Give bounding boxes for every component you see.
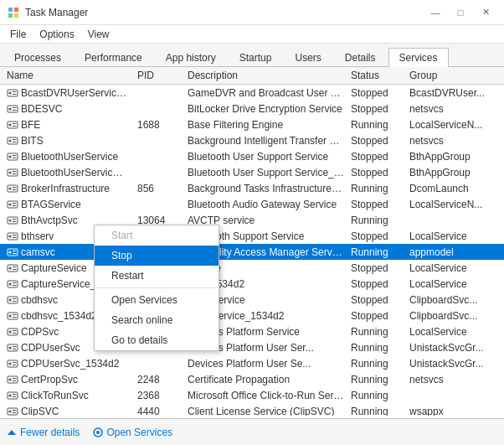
cell-description: BitLocker Drive Encryption Service (184, 103, 347, 115)
ctx-start[interactable]: Start (95, 225, 219, 246)
ctx-stop[interactable]: Stop (95, 246, 219, 266)
table-row[interactable]: CaptureSevice Service Stopped LocalServi… (0, 260, 504, 276)
tab-details[interactable]: Details (334, 48, 387, 67)
service-icon (7, 406, 18, 417)
table-header: Name PID Description Status Group (0, 67, 504, 85)
cell-status: Running (347, 215, 406, 226)
cell-status: Stopped (347, 262, 406, 274)
tab-performance[interactable]: Performance (74, 48, 153, 67)
cell-group: ClipboardSvc... (406, 310, 490, 322)
tab-bar: Processes Performance App history Startu… (0, 44, 504, 67)
cell-group: BthAppGroup (406, 167, 490, 179)
svg-point-69 (9, 346, 12, 349)
service-icon (7, 87, 18, 99)
svg-rect-1 (14, 8, 18, 12)
ctx-go-to-details[interactable]: Go to details (95, 330, 219, 350)
cell-description: Client License Service (ClipSVC) (184, 406, 347, 417)
cell-name: BcastDVRUserService_1534d2 (0, 87, 134, 99)
cell-name: CDPUserSvc_1534d2 (0, 358, 134, 370)
cell-status: Stopped (347, 167, 406, 179)
table-row[interactable]: BluetoothUserService_1534d2 Bluetooth Us… (0, 164, 504, 180)
cell-description: Background Intelligent Transfer Servi... (184, 135, 347, 147)
svg-point-45 (9, 251, 12, 253)
menu-options[interactable]: Options (33, 27, 80, 42)
svg-point-33 (9, 203, 12, 205)
table-row[interactable]: cbdhsvc User Service Stopped ClipboardSv… (0, 292, 504, 308)
app-icon (7, 6, 20, 19)
header-group[interactable]: Group (406, 70, 490, 81)
ctx-restart[interactable]: Restart (95, 266, 219, 286)
svg-point-13 (9, 123, 12, 126)
ctx-search-online[interactable]: Search online (95, 310, 219, 330)
table-row[interactable]: BthAvctpSvc 13064 AVCTP service Running (0, 212, 504, 228)
cell-group: netsvcs (406, 374, 490, 385)
svg-marker-96 (8, 430, 16, 435)
tab-users[interactable]: Users (284, 48, 332, 67)
cell-group: LocalService (406, 230, 490, 242)
ctx-open-services[interactable]: Open Services (95, 290, 219, 310)
tab-startup[interactable]: Startup (229, 48, 283, 67)
cell-status: Running (347, 390, 406, 401)
cell-description: Microsoft Office Click-to-Run Service (184, 390, 347, 401)
service-icon (7, 342, 18, 354)
table-row[interactable]: BTAGService Bluetooth Audio Gateway Serv… (0, 196, 504, 212)
cell-name: ClipSVC (0, 406, 134, 417)
cell-group: BthAppGroup (406, 151, 490, 163)
cell-description: Certificate Propagation (184, 374, 347, 385)
cell-pid: 2368 (134, 390, 184, 401)
tab-processes[interactable]: Processes (3, 48, 72, 67)
table-row[interactable]: BITS Background Intelligent Transfer Ser… (0, 132, 504, 148)
tab-services[interactable]: Services (388, 48, 449, 67)
svg-point-77 (9, 378, 12, 380)
cell-name: BFE (0, 119, 134, 131)
cell-status: Stopped (347, 310, 406, 322)
table-row[interactable]: cbdhsvc_1534d2 User Service_1534d2 Stopp… (0, 308, 504, 323)
minimize-button[interactable]: — (424, 4, 447, 21)
cell-group: wsappx (406, 406, 490, 417)
maximize-button[interactable]: □ (449, 4, 472, 21)
cell-description: Bluetooth Audio Gateway Service (184, 199, 347, 210)
table-row[interactable]: BFE 1688 Base Filtering Engine Running L… (0, 116, 504, 132)
cell-name: BDESVC (0, 103, 134, 115)
table-row[interactable]: CDPSvc Devices Platform Service Running … (0, 323, 504, 339)
menu-view[interactable]: View (81, 27, 116, 42)
svg-point-98 (96, 431, 100, 434)
cell-group: UnistackSvcGr... (406, 358, 490, 370)
cell-status: Stopped (347, 199, 406, 210)
main-content: Name PID Description Status Group BcastD… (0, 67, 504, 418)
svg-point-29 (9, 187, 12, 189)
cell-status: Stopped (347, 135, 406, 147)
cell-status: Running (347, 342, 406, 354)
header-pid[interactable]: PID (134, 70, 184, 81)
tab-app-history[interactable]: App history (155, 48, 227, 67)
cell-description: Bluetooth User Support Service_1534... (184, 167, 347, 179)
service-icon (7, 183, 18, 194)
table-row[interactable]: ClickToRunSvc 2368 Microsoft Office Clic… (0, 387, 504, 403)
table-row[interactable]: BDESVC BitLocker Drive Encryption Servic… (0, 101, 504, 116)
header-name[interactable]: Name (0, 70, 134, 81)
table-row[interactable]: ClipSVC 4440 Client License Service (Cli… (0, 403, 504, 416)
table-row[interactable]: CaptureService_1534 vice_1534d2 Stopped … (0, 276, 504, 292)
svg-point-57 (9, 298, 12, 301)
table-row[interactable]: CDPUserSvc_1534d2 Devices Platform User … (0, 355, 504, 371)
cell-name: BluetoothUserService (0, 151, 134, 163)
cell-status: Stopped (347, 230, 406, 242)
service-icon (7, 374, 18, 385)
close-button[interactable]: ✕ (474, 4, 497, 21)
service-icon (7, 119, 18, 131)
table-row[interactable]: CertPropSvc 2248 Certificate Propagation… (0, 371, 504, 387)
table-row[interactable]: BluetoothUserService Bluetooth User Supp… (0, 148, 504, 164)
service-icon (7, 167, 18, 179)
header-status[interactable]: Status (347, 70, 406, 81)
table-row[interactable]: CDPUserSvc Devices Platform User Ser... … (0, 339, 504, 355)
cell-pid: 856 (134, 183, 184, 194)
table-row[interactable]: camsvc 5284 Capability Access Manager Se… (0, 244, 504, 260)
table-row[interactable]: BcastDVRUserService_1534d2 GameDVR and B… (0, 85, 504, 101)
fewer-details-button[interactable]: Fewer details (7, 427, 80, 438)
cell-group: appmodel (406, 246, 490, 258)
table-row[interactable]: BrokerInfrastructure 856 Background Task… (0, 180, 504, 196)
table-row[interactable]: bthserv Bluetooth Support Service Stoppe… (0, 228, 504, 244)
open-services-button[interactable]: Open Services (93, 427, 172, 438)
header-description[interactable]: Description (184, 70, 347, 81)
menu-file[interactable]: File (3, 27, 33, 42)
